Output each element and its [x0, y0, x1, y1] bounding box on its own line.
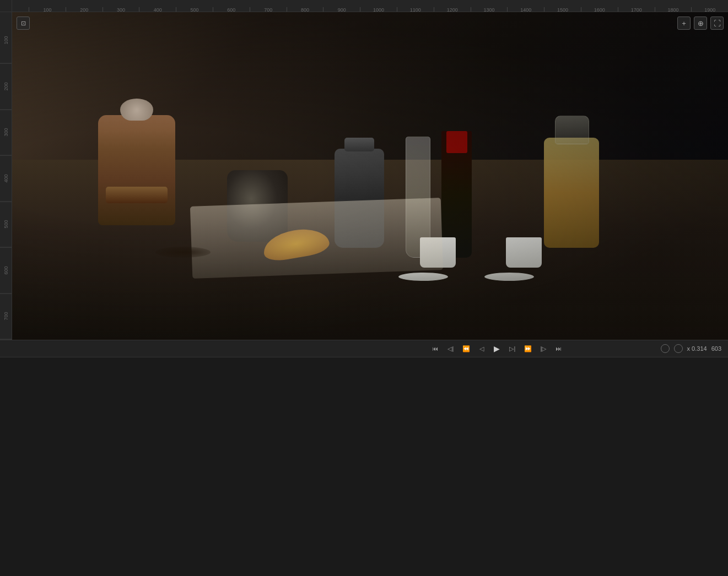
ruler-mark: 1700: [618, 7, 655, 12]
playback-rewind-button[interactable]: ⏪: [461, 343, 472, 354]
viewport-container: 100 200 300 400 500 600 700: [0, 12, 728, 340]
playback-forward-button[interactable]: ▷|: [507, 343, 518, 354]
ruler-mark: 1900: [691, 7, 728, 12]
playback-bar: ⏮ ◁| ⏪ ◁ ▶ ▷| ⏩ |▷ ⏭ x 0.314 603: [0, 340, 728, 357]
viewport-expand-button[interactable]: ⛶: [710, 17, 724, 30]
viewport-plus-button[interactable]: +: [677, 17, 691, 30]
ruler-mark: 300: [103, 7, 139, 12]
ruler-mark-v: 700: [0, 294, 12, 340]
ruler-mark: 800: [287, 7, 323, 12]
ruler-mark: 900: [323, 7, 360, 12]
playback-status-circle[interactable]: [661, 344, 670, 353]
scene-overlay: [12, 12, 728, 340]
viewport-image: [12, 12, 728, 340]
ruler-mark: 1600: [581, 7, 618, 12]
playback-fast-forward-button[interactable]: ⏩: [522, 343, 533, 354]
playback-prev-key-button[interactable]: ◁|: [445, 343, 456, 354]
viewport-toolbar-tr: + ⊕ ⛶: [677, 17, 724, 30]
ruler-mark: 400: [139, 7, 176, 12]
ruler-mark: 600: [213, 7, 250, 12]
ruler-mark-v: 100: [0, 18, 12, 64]
ruler-mark: 1000: [360, 7, 397, 12]
ruler-left: 100 200 300 400 500 600 700: [0, 12, 12, 340]
ruler-mark: 1800: [655, 7, 692, 12]
scene-cloth: [190, 198, 443, 279]
ruler-mark: 1100: [397, 7, 434, 12]
viewport-zoom-button[interactable]: ⊕: [694, 17, 707, 30]
ruler-mark: 1500: [544, 7, 581, 12]
ruler-mark-v: 500: [0, 202, 12, 248]
playback-next-key-button[interactable]: |▷: [538, 343, 549, 354]
ruler-mark-v: 200: [0, 64, 12, 110]
ruler-mark-v: 400: [0, 156, 12, 202]
viewport[interactable]: ⊡ + ⊕ ⛶: [12, 12, 728, 340]
ruler-mark: 700: [250, 7, 287, 12]
playback-back-button[interactable]: ◁: [476, 343, 487, 354]
ruler-mark: 100: [29, 7, 66, 12]
playback-controls: ⏮ ◁| ⏪ ◁ ▶ ▷| ⏩ |▷ ⏭: [333, 343, 660, 354]
playback-coord: x 0.314: [687, 345, 707, 352]
playback-info: x 0.314 603: [661, 344, 721, 353]
playback-frame: 603: [711, 345, 721, 352]
ruler-mark: 1300: [471, 7, 508, 12]
ruler-mark: 1400: [507, 7, 544, 12]
ruler-mark-v: 300: [0, 110, 12, 156]
playback-end-button[interactable]: ⏭: [553, 343, 564, 354]
ruler-mark-v: 600: [0, 248, 12, 294]
ruler-mark: 500: [176, 7, 213, 12]
ruler-mark: 200: [66, 7, 103, 12]
ruler-top: 100 200 300 400 500 600 700 800 900 1000…: [0, 0, 728, 12]
viewport-corner-icon[interactable]: ⊡: [17, 17, 30, 30]
playback-start-button[interactable]: ⏮: [430, 343, 441, 354]
playback-play-button[interactable]: ▶: [492, 343, 503, 354]
playback-status-circle2[interactable]: [674, 344, 683, 353]
ruler-mark: 1200: [434, 7, 471, 12]
